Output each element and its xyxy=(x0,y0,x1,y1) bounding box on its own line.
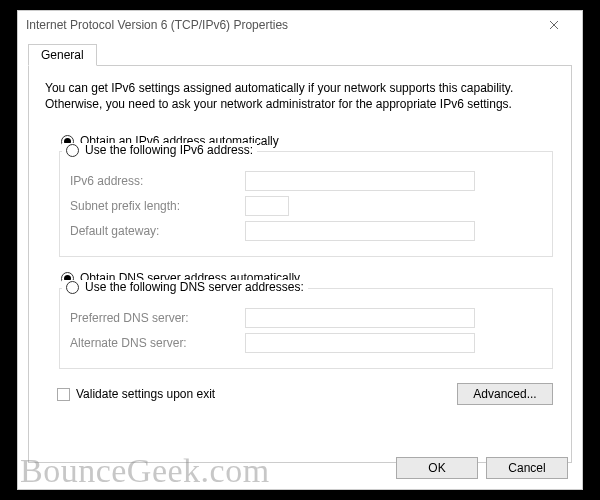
radio-icon[interactable] xyxy=(66,281,79,294)
preferred-dns-label: Preferred DNS server: xyxy=(70,311,245,325)
ipv6-address-label: IPv6 address: xyxy=(70,174,245,188)
tab-strip: General xyxy=(28,43,572,66)
ip-manual-label: Use the following IPv6 address: xyxy=(85,143,253,157)
ipv6-address-input[interactable] xyxy=(245,171,475,191)
properties-dialog: Internet Protocol Version 6 (TCP/IPv6) P… xyxy=(17,10,583,490)
preferred-dns-input[interactable] xyxy=(245,308,475,328)
alternate-dns-input[interactable] xyxy=(245,333,475,353)
default-gateway-label: Default gateway: xyxy=(70,224,245,238)
ok-button[interactable]: OK xyxy=(396,457,478,479)
ip-manual-group: Use the following IPv6 address: IPv6 add… xyxy=(59,151,553,257)
bottom-row: Validate settings upon exit Advanced... xyxy=(57,383,553,405)
radio-icon[interactable] xyxy=(66,144,79,157)
tab-panel-general: You can get IPv6 settings assigned autom… xyxy=(28,65,572,463)
alternate-dns-label: Alternate DNS server: xyxy=(70,336,245,350)
dns-manual-label: Use the following DNS server addresses: xyxy=(85,280,304,294)
subnet-prefix-input[interactable] xyxy=(245,196,289,216)
validate-label: Validate settings upon exit xyxy=(76,387,215,401)
advanced-button[interactable]: Advanced... xyxy=(457,383,553,405)
subnet-prefix-label: Subnet prefix length: xyxy=(70,199,245,213)
default-gateway-input[interactable] xyxy=(245,221,475,241)
tab-general[interactable]: General xyxy=(28,44,97,66)
validate-checkbox[interactable] xyxy=(57,388,70,401)
close-icon xyxy=(549,20,559,30)
titlebar: Internet Protocol Version 6 (TCP/IPv6) P… xyxy=(18,11,582,39)
cancel-button[interactable]: Cancel xyxy=(486,457,568,479)
dialog-buttons: OK Cancel xyxy=(396,457,568,479)
description-text: You can get IPv6 settings assigned autom… xyxy=(45,80,555,112)
dialog-title: Internet Protocol Version 6 (TCP/IPv6) P… xyxy=(26,18,288,32)
close-button[interactable] xyxy=(534,11,574,39)
dns-manual-group: Use the following DNS server addresses: … xyxy=(59,288,553,369)
